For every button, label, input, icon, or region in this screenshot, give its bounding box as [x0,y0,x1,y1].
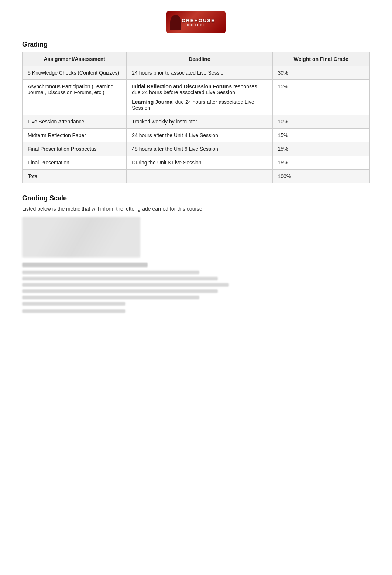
grading-section: Grading Assignment/Assessment Deadline W… [22,41,370,183]
table-cell-deadline: 24 hours after the Unit 4 Live Session [127,129,272,142]
header-assignment: Assignment/Assessment [23,52,127,66]
table-cell-deadline: 24 hours prior to associated Live Sessio… [127,66,272,80]
table-cell-assignment: Midterm Reflection Paper [23,129,127,142]
table-cell-weight: 15% [272,156,369,170]
logo-text: MOREHOUSE COLLEGE [177,18,215,27]
table-cell-weight: 15% [272,80,369,115]
table-cell-assignment: Final Presentation [23,156,127,170]
table-row: Total100% [23,170,370,183]
grading-section-title: Grading [22,41,370,48]
table-row: Final Presentation Prospectus48 hours af… [23,142,370,156]
table-cell-assignment: 5 Knowledge Checks (Content Quizzes) [23,66,127,80]
grading-scale-title: Grading Scale [22,194,370,202]
table-cell-deadline: 48 hours after the Unit 6 Live Session [127,142,272,156]
table-header-row: Assignment/Assessment Deadline Weight on… [23,52,370,66]
table-cell-assignment: Asynchronous Participation (Learning Jou… [23,80,127,115]
table-cell-weight: 100% [272,170,369,183]
logo-area: MOREHOUSE COLLEGE [22,11,370,33]
blurred-text-block-2 [22,309,207,313]
table-cell-weight: 15% [272,142,369,156]
table-cell-weight: 15% [272,129,369,142]
table-cell-assignment: Final Presentation Prospectus [23,142,127,156]
table-cell-deadline [127,170,272,183]
table-cell-weight: 30% [272,66,369,80]
blurred-text-block-1 [22,263,207,306]
table-row: 5 Knowledge Checks (Content Quizzes)24 h… [23,66,370,80]
logo-image: MOREHOUSE COLLEGE [166,11,226,33]
grading-table: Assignment/Assessment Deadline Weight on… [22,52,370,183]
table-cell-deadline: During the Unit 8 Live Session [127,156,272,170]
table-cell-assignment: Live Session Attendance [23,115,127,129]
header-deadline: Deadline [127,52,272,66]
table-row: Asynchronous Participation (Learning Jou… [23,80,370,115]
grading-scale-description: Listed below is the metric that will inf… [22,206,370,212]
table-cell-deadline: Tracked weekly by instructor [127,115,272,129]
table-row: Live Session AttendanceTracked weekly by… [23,115,370,129]
grading-scale-image [22,217,140,258]
table-cell-weight: 10% [272,115,369,129]
table-row: Final PresentationDuring the Unit 8 Live… [23,156,370,170]
table-cell-deadline: Initial Reflection and Discussion Forums… [127,80,272,115]
header-weight: Weight on Final Grade [272,52,369,66]
table-row: Midterm Reflection Paper24 hours after t… [23,129,370,142]
table-cell-assignment: Total [23,170,127,183]
grading-scale-section: Grading Scale Listed below is the metric… [22,194,370,313]
blurred-title [22,263,148,267]
